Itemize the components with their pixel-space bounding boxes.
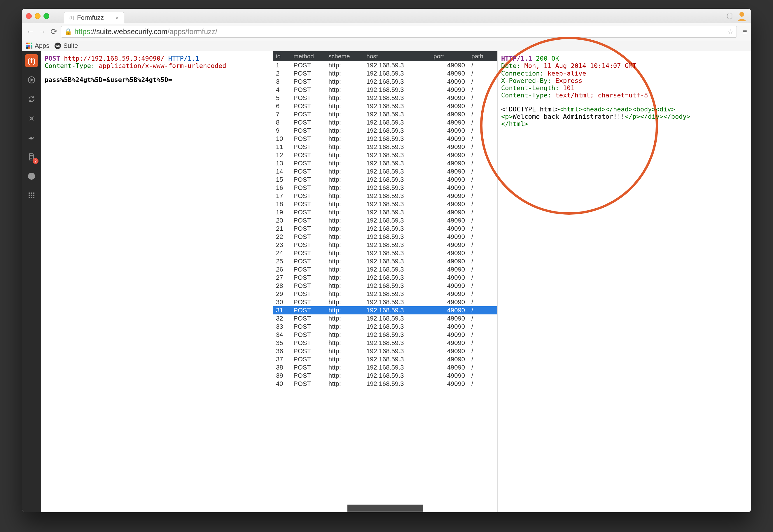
sidebar-grid-icon[interactable] <box>25 189 38 202</box>
table-row[interactable]: 14POSThttp:192.168.59.349090/ <box>273 167 497 176</box>
response-header: X-Powered-By: Express <box>501 77 748 84</box>
profile-avatar-icon[interactable] <box>737 11 747 21</box>
table-row[interactable]: 34POSThttp:192.168.59.349090/ <box>273 331 497 339</box>
window-controls <box>26 13 49 19</box>
table-row[interactable]: 9POSThttp:192.168.59.349090/ <box>273 127 497 135</box>
requests-table: id method scheme host port path 1POSThtt… <box>273 51 498 512</box>
suite-icon: ws <box>55 43 61 49</box>
table-row[interactable]: 31POSThttp:192.168.59.349090/ <box>273 306 497 314</box>
url-scheme: https <box>74 27 90 36</box>
col-id[interactable]: id <box>275 53 292 60</box>
sidebar-play-icon[interactable] <box>25 73 38 86</box>
status-line: HTTP/1.1 200 OK <box>501 55 748 62</box>
table-row[interactable]: 13POSThttp:192.168.59.349090/ <box>273 159 497 167</box>
table-row[interactable]: 17POSThttp:192.168.59.349090/ <box>273 192 497 200</box>
col-host[interactable]: host <box>365 53 432 60</box>
url-path: /apps/formfuzz/ <box>167 27 217 36</box>
browser-window: (f) Formfuzz × ← → ⟳ 🔒 https://suite.web… <box>22 9 751 512</box>
table-row[interactable]: 20POSThttp:192.168.59.349090/ <box>273 216 497 225</box>
col-port[interactable]: port <box>432 53 470 60</box>
table-row[interactable]: 24POSThttp:192.168.59.349090/ <box>273 249 497 257</box>
sidebar-info-icon[interactable]: i <box>25 170 38 183</box>
table-row[interactable]: 30POSThttp:192.168.59.349090/ <box>273 298 497 306</box>
menu-button[interactable]: ≡ <box>743 27 747 36</box>
browser-tab[interactable]: (f) Formfuzz × <box>64 12 124 24</box>
col-path[interactable]: path <box>470 53 496 60</box>
apps-shortcut[interactable]: Apps <box>26 42 49 50</box>
table-row[interactable]: 2POSThttp:192.168.59.349090/ <box>273 69 497 78</box>
sidebar-windmill-icon[interactable] <box>25 112 38 125</box>
table-body: 1POSThttp:192.168.59.349090/2POSThttp:19… <box>273 61 497 502</box>
table-row[interactable]: 32POSThttp:192.168.59.349090/ <box>273 314 497 323</box>
response-header: Content-Length: 101 <box>501 84 748 92</box>
table-row[interactable]: 6POSThttp:192.168.59.349090/ <box>273 102 497 110</box>
table-row[interactable]: 33POSThttp:192.168.59.349090/ <box>273 323 497 331</box>
reload-button[interactable]: ⟳ <box>49 27 58 36</box>
table-row[interactable]: 10POSThttp:192.168.59.349090/ <box>273 135 497 143</box>
table-row[interactable]: 35POSThttp:192.168.59.349090/ <box>273 339 497 347</box>
sidebar-formfuzz-icon[interactable]: (f) <box>25 54 38 67</box>
table-row[interactable]: 27POSThttp:192.168.59.349090/ <box>273 274 497 282</box>
app-content: (f) 2 i POST http://192.168.59.3:49090/ … <box>22 51 751 512</box>
table-row[interactable]: 8POSThttp:192.168.59.349090/ <box>273 118 497 127</box>
table-row[interactable]: 21POSThttp:192.168.59.349090/ <box>273 225 497 233</box>
table-row[interactable]: 18POSThttp:192.168.59.349090/ <box>273 200 497 208</box>
svg-rect-7 <box>29 195 30 196</box>
suite-bookmark[interactable]: ws Suite <box>55 42 78 50</box>
sidebar-bird-icon[interactable] <box>25 131 38 144</box>
sidebar-reload-icon[interactable] <box>25 93 38 106</box>
table-row[interactable]: 3POSThttp:192.168.59.349090/ <box>273 78 497 86</box>
table-row[interactable]: 38POSThttp:192.168.59.349090/ <box>273 363 497 372</box>
zoom-window-icon[interactable] <box>43 13 49 19</box>
response-body: <!DOCTYPE html><html><head></head><body>… <box>501 106 748 128</box>
address-bar[interactable]: 🔒 https://suite.websecurify.com/apps/for… <box>61 26 737 38</box>
table-row[interactable]: 4POSThttp:192.168.59.349090/ <box>273 86 497 94</box>
request-pane: POST http://192.168.59.3:49090/ HTTP/1.1… <box>41 51 273 512</box>
table-row[interactable]: 11POSThttp:192.168.59.349090/ <box>273 143 497 151</box>
close-window-icon[interactable] <box>26 13 32 19</box>
table-row[interactable]: 22POSThttp:192.168.59.349090/ <box>273 233 497 241</box>
request-body: pass%5B%24gt%5D=&user%5B%24gt%5D= <box>45 76 269 83</box>
table-row[interactable]: 19POSThttp:192.168.59.349090/ <box>273 208 497 216</box>
svg-rect-4 <box>29 193 30 194</box>
response-headers: Date: Mon, 11 Aug 2014 10:14:07 GMTConne… <box>501 62 748 99</box>
table-row[interactable]: 16POSThttp:192.168.59.349090/ <box>273 184 497 192</box>
table-row[interactable]: 29POSThttp:192.168.59.349090/ <box>273 290 497 298</box>
table-row[interactable]: 37POSThttp:192.168.59.349090/ <box>273 355 497 363</box>
tab-title: Formfuzz <box>77 14 104 22</box>
horizontal-scrollbar[interactable] <box>347 505 423 512</box>
minimize-window-icon[interactable] <box>35 13 41 19</box>
table-row[interactable]: 36POSThttp:192.168.59.349090/ <box>273 347 497 355</box>
table-row[interactable]: 25POSThttp:192.168.59.349090/ <box>273 257 497 265</box>
table-row[interactable]: 15POSThttp:192.168.59.349090/ <box>273 176 497 184</box>
forward-button[interactable]: → <box>38 27 46 36</box>
table-row[interactable]: 28POSThttp:192.168.59.349090/ <box>273 282 497 290</box>
lock-icon: 🔒 <box>64 28 72 36</box>
table-row[interactable]: 12POSThttp:192.168.59.349090/ <box>273 151 497 159</box>
bookmark-star-icon[interactable]: ☆ <box>727 28 734 36</box>
svg-rect-9 <box>33 195 34 196</box>
table-row[interactable]: 40POSThttp:192.168.59.349090/ <box>273 380 497 388</box>
svg-text:i: i <box>31 173 32 179</box>
table-row[interactable]: 23POSThttp:192.168.59.349090/ <box>273 241 497 249</box>
response-header: Content-Type: text/html; charset=utf-8 <box>501 92 748 99</box>
close-tab-icon[interactable]: × <box>116 15 119 21</box>
svg-rect-8 <box>31 195 32 196</box>
col-method[interactable]: method <box>292 53 327 60</box>
table-header: id method scheme host port path <box>273 51 497 61</box>
response-pane: HTTP/1.1 200 OK Date: Mon, 11 Aug 2014 1… <box>498 51 751 512</box>
table-row[interactable]: 1POSThttp:192.168.59.349090/ <box>273 61 497 69</box>
back-button[interactable]: ← <box>26 27 35 36</box>
app-sidebar: (f) 2 i <box>22 51 41 512</box>
url-domain: suite.websecurify.com <box>96 27 167 36</box>
table-row[interactable]: 7POSThttp:192.168.59.349090/ <box>273 110 497 118</box>
table-row[interactable]: 26POSThttp:192.168.59.349090/ <box>273 265 497 274</box>
col-scheme[interactable]: scheme <box>327 53 365 60</box>
table-row[interactable]: 39POSThttp:192.168.59.349090/ <box>273 372 497 380</box>
svg-rect-6 <box>33 193 34 194</box>
table-row[interactable]: 5POSThttp:192.168.59.349090/ <box>273 94 497 102</box>
fullscreen-icon[interactable] <box>727 13 733 19</box>
apps-icon <box>26 43 32 49</box>
sidebar-document-icon[interactable]: 2 <box>25 151 38 163</box>
svg-rect-12 <box>33 197 34 198</box>
